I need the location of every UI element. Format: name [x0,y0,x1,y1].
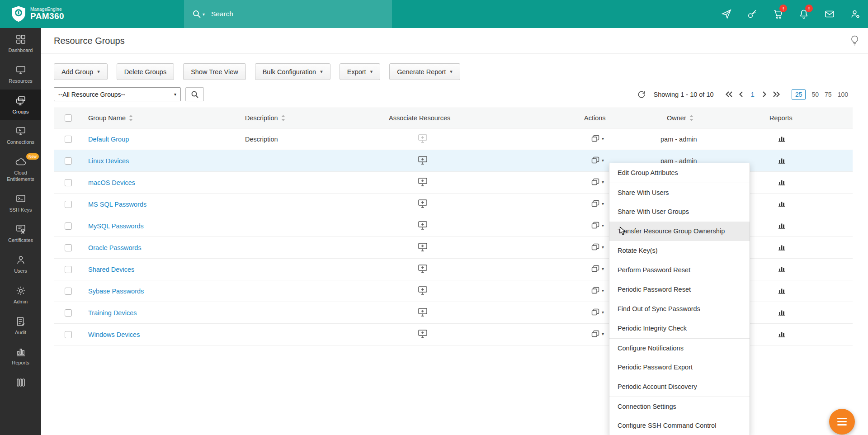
user-account-icon[interactable] [850,9,861,19]
report-chart-icon[interactable] [778,156,785,164]
actions-menu-button[interactable]: ▾ [591,243,604,251]
associate-resources-icon[interactable] [418,156,428,165]
lightbulb-help-icon[interactable] [850,35,859,47]
row-checkbox[interactable] [65,157,72,165]
associate-resources-icon[interactable] [418,242,428,252]
current-page-number[interactable]: 1 [749,90,756,98]
menu-item-share-with-users[interactable]: Share With Users [609,183,750,202]
group-name-link[interactable]: Sybase Passwords [88,288,144,295]
sidebar-item-groups[interactable]: Groups [0,90,41,120]
menu-item-edit-group-attributes[interactable]: Edit Group Attributes [609,163,750,183]
row-checkbox[interactable] [65,136,72,143]
launch-icon[interactable] [721,9,732,19]
sidebar-item-reports[interactable]: Reports [0,340,41,371]
sidebar-item-audit[interactable]: Audit [0,310,41,341]
row-checkbox[interactable] [65,309,72,317]
report-chart-icon[interactable] [778,178,785,185]
select-all-checkbox[interactable] [65,114,72,122]
refresh-icon[interactable] [637,90,646,99]
sidebar-item-cloud-entitlements[interactable]: New Cloud Entitlements [0,151,41,188]
report-chart-icon[interactable] [778,308,785,316]
group-name-link[interactable]: Oracle Passwords [88,244,142,251]
group-name-link[interactable]: macOS Devices [88,179,135,186]
group-name-link[interactable]: Default Group [88,136,129,143]
menu-item-transfer-resource-group-ownership[interactable]: Transfer Resource Group Ownership [609,222,750,241]
actions-menu-button[interactable]: ▾ [591,200,604,208]
menu-item-find-out-of-sync-passwords[interactable]: Find Out of Sync Passwords [609,299,750,319]
report-chart-icon[interactable] [778,265,785,272]
associate-resources-icon[interactable] [418,307,428,317]
group-name-link[interactable]: Shared Devices [88,266,134,273]
last-page-icon[interactable] [773,91,780,98]
group-name-link[interactable]: MS SQL Passwords [88,201,146,208]
bulk-configuration-button[interactable]: Bulk Configuration▾ [255,63,330,80]
report-chart-icon[interactable] [778,243,785,251]
group-name-link[interactable]: Linux Devices [88,157,129,165]
brand-logo[interactable]: ManageEngine PAM360 [11,0,64,28]
add-group-button[interactable]: Add Group▾ [54,63,108,80]
sidebar-item-users[interactable]: Users [0,249,41,279]
associate-resources-icon[interactable] [418,264,428,274]
menu-item-share-with-user-groups[interactable]: Share With User Groups [609,202,750,222]
sidebar-item-dashboard[interactable]: Dashboard [0,28,41,59]
row-checkbox[interactable] [65,222,72,230]
menu-item-periodic-password-reset[interactable]: Periodic Password Reset [609,280,750,299]
search-input[interactable] [211,10,360,18]
filter-search-button[interactable] [185,87,204,101]
report-chart-icon[interactable] [778,330,785,337]
notifications-bell-icon[interactable]: ! [798,9,809,19]
sort-icon[interactable] [689,115,693,121]
sidebar-item-certificates[interactable]: Certificates [0,218,41,249]
mail-icon[interactable] [824,9,835,19]
previous-page-icon[interactable] [739,91,743,98]
associate-resources-icon[interactable] [418,329,428,339]
quick-actions-fab[interactable] [829,409,855,435]
sort-icon[interactable] [129,115,133,121]
associate-resources-icon[interactable] [418,286,428,295]
actions-menu-button[interactable]: ▾ [591,135,604,142]
password-access-key-icon[interactable] [747,9,758,19]
delete-groups-button[interactable]: Delete Groups [117,63,175,80]
group-name-link[interactable]: Training Devices [88,309,137,317]
report-chart-icon[interactable] [778,287,785,294]
show-tree-view-button[interactable]: Show Tree View [183,63,246,80]
actions-menu-button[interactable]: ▾ [591,156,604,164]
row-checkbox[interactable] [65,244,72,251]
report-chart-icon[interactable] [778,200,785,207]
actions-menu-button[interactable]: ▾ [591,308,604,316]
group-name-link[interactable]: Windows Devices [88,331,140,338]
associate-resources-icon[interactable] [418,134,428,143]
sidebar-item-resources[interactable]: Resources [0,59,41,90]
generate-report-button[interactable]: Generate Report▾ [389,63,460,80]
export-button[interactable]: Export▾ [340,63,380,80]
page-size-75[interactable]: 75 [825,91,832,98]
sort-icon[interactable] [281,115,285,121]
next-page-icon[interactable] [762,91,767,98]
actions-menu-button[interactable]: ▾ [591,265,604,273]
report-chart-icon[interactable] [778,135,785,142]
sidebar-item-more[interactable] [0,371,41,396]
associate-resources-icon[interactable] [418,199,428,208]
row-checkbox[interactable] [65,179,72,186]
menu-item-rotate-keys[interactable]: Rotate Key(s) [609,241,750,260]
sidebar-item-admin[interactable]: Admin [0,279,41,310]
actions-menu-button[interactable]: ▾ [591,178,604,186]
menu-item-connection-settings[interactable]: Connection Settings [609,397,750,416]
store-cart-icon[interactable]: ! [773,9,783,19]
sidebar-item-connections[interactable]: Connections [0,120,41,151]
associate-resources-icon[interactable] [418,221,428,230]
search-scope-caret-icon[interactable]: ▾ [203,12,205,17]
menu-item-configure-notifications[interactable]: Configure Notifications [609,338,750,358]
actions-menu-button[interactable]: ▾ [591,330,604,338]
associate-resources-icon[interactable] [418,177,428,187]
menu-item-perform-password-reset[interactable]: Perform Password Reset [609,260,750,280]
actions-menu-button[interactable]: ▾ [591,222,604,229]
sidebar-item-ssh-keys[interactable]: SSH Keys [0,188,41,218]
row-checkbox[interactable] [65,288,72,295]
page-size-25[interactable]: 25 [792,89,806,100]
row-checkbox[interactable] [65,331,72,338]
page-size-100[interactable]: 100 [838,91,848,98]
row-checkbox[interactable] [65,266,72,273]
group-name-link[interactable]: MySQL Passwords [88,222,144,230]
first-page-icon[interactable] [725,91,733,98]
